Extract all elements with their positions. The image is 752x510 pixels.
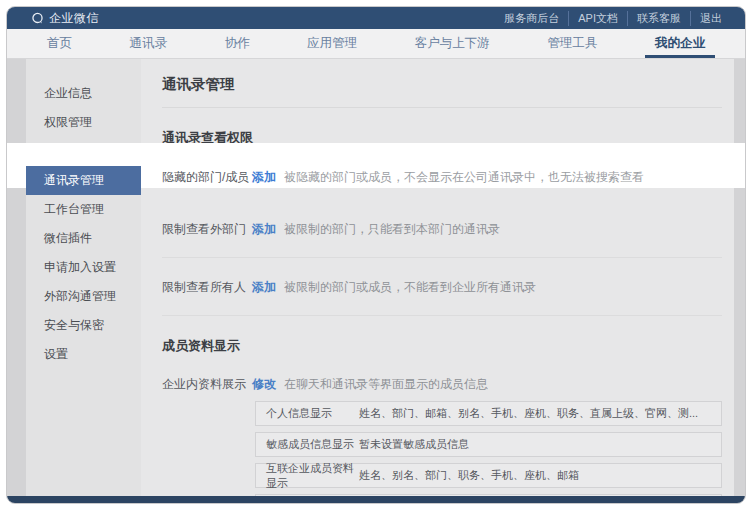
sidebar-item-join-settings[interactable]: 申请加入设置 (26, 253, 141, 282)
page-body: 企业信息 权限管理 聊天管理 通讯录管理 工作台管理 微信插件 申请加入设置 外… (7, 59, 745, 504)
row-description: 在聊天和通讯录等界面显示的成员信息 (284, 376, 488, 393)
main-content: 通讯录管理 通讯录查看权限 隐藏的部门/成员 添加 被隐藏的部门或成员，不会显示… (141, 59, 734, 504)
row-label: 隐藏的部门/成员 (162, 169, 252, 186)
profile-row-label: 互联企业成员资料显示 (266, 461, 359, 491)
row-restrict-external-dept: 限制查看外部门 添加 被限制的部门，只能看到本部门的通讯录 (162, 221, 734, 238)
topbar-links: 服务商后台 API文档 联系客服 退出 (495, 11, 731, 26)
modify-button[interactable]: 修改 (252, 376, 276, 393)
row-restrict-everyone: 限制查看所有人 添加 被限制的部门或成员，不能看到企业所有通讯录 (162, 279, 734, 296)
profile-row-label: 个人信息显示 (266, 406, 359, 421)
section-divider (162, 315, 722, 316)
profile-display-table: 个人信息显示 姓名、部门、邮箱、别名、手机、座机、职务、直属上级、官网、测...… (255, 401, 722, 504)
primary-nav: 首页 通讯录 协作 应用管理 客户与上下游 管理工具 我的企业 (7, 29, 745, 59)
page-left-gutter (7, 59, 26, 504)
top-link-api-docs[interactable]: API文档 (568, 11, 627, 26)
row-divider (162, 257, 722, 258)
sidebar-item-permission-management[interactable]: 权限管理 (26, 108, 141, 137)
profile-row-value: 姓名、别名、部门、职务、手机、座机、邮箱 (359, 468, 579, 483)
row-hidden-departments: 隐藏的部门/成员 添加 被隐藏的部门或成员，不会显示在公司通讯录中，也无法被搜索… (162, 155, 734, 200)
window-bottom-edge (7, 496, 745, 503)
top-link-contact-support[interactable]: 联系客服 (627, 11, 690, 26)
row-label: 企业内资料展示 (162, 376, 252, 393)
sidebar-item-security[interactable]: 安全与保密 (26, 311, 141, 340)
nav-tab-home[interactable]: 首页 (41, 29, 78, 58)
top-link-logout[interactable]: 退出 (690, 11, 731, 26)
add-button[interactable]: 添加 (252, 221, 276, 238)
profile-row-label: 敏感成员信息显示 (266, 437, 359, 452)
section-heading-member-profile: 成员资料显示 (162, 337, 734, 355)
browser-window: 企业微信 服务商后台 API文档 联系客服 退出 首页 通讯录 协作 应用管理 … (6, 6, 746, 504)
sidebar-item-wechat-plugin[interactable]: 微信插件 (26, 224, 141, 253)
sidebar-item-external-comm-management[interactable]: 外部沟通管理 (26, 282, 141, 311)
wework-logo[interactable]: 企业微信 (31, 10, 99, 27)
top-link-provider-console[interactable]: 服务商后台 (495, 11, 568, 26)
add-button[interactable]: 添加 (252, 279, 276, 296)
page-title: 通讯录管理 (162, 75, 734, 94)
sidebar-item-company-info[interactable]: 企业信息 (26, 79, 141, 108)
profile-row-value: 姓名、部门、邮箱、别名、手机、座机、职务、直属上级、官网、测... (359, 406, 698, 421)
row-label: 限制查看外部门 (162, 221, 252, 238)
nav-tab-contacts[interactable]: 通讯录 (124, 29, 174, 58)
page-right-gutter (734, 59, 745, 504)
sidebar-item-contacts-management[interactable]: 通讯录管理 (26, 166, 141, 195)
topbar: 企业微信 服务商后台 API文档 联系客服 退出 (7, 7, 745, 29)
nav-tab-customers[interactable]: 客户与上下游 (409, 29, 496, 58)
row-description: 被限制的部门或成员，不能看到企业所有通讯录 (284, 279, 536, 296)
profile-row-value: 暂未设置敏感成员信息 (359, 437, 469, 452)
profile-table-row: 个人信息显示 姓名、部门、邮箱、别名、手机、座机、职务、直属上级、官网、测... (255, 401, 722, 426)
nav-tab-my-company[interactable]: 我的企业 (649, 29, 711, 58)
nav-tab-collaboration[interactable]: 协作 (219, 29, 256, 58)
logo-text: 企业微信 (49, 10, 99, 27)
sidebar-item-workbench-management[interactable]: 工作台管理 (26, 195, 141, 224)
chat-bubble-icon (31, 12, 44, 25)
profile-table-row: 敏感成员信息显示 暂未设置敏感成员信息 (255, 432, 722, 457)
add-button[interactable]: 添加 (252, 169, 276, 186)
row-label: 限制查看所有人 (162, 279, 252, 296)
profile-table-row: 互联企业成员资料显示 姓名、别名、部门、职务、手机、座机、邮箱 (255, 463, 722, 488)
row-description: 被限制的部门，只能看到本部门的通讯录 (284, 221, 500, 238)
nav-tab-management-tools[interactable]: 管理工具 (541, 29, 603, 58)
row-internal-profile-display: 企业内资料展示 修改 在聊天和通讯录等界面显示的成员信息 (162, 376, 734, 393)
row-description: 被隐藏的部门或成员，不会显示在公司通讯录中，也无法被搜索查看 (284, 169, 644, 186)
sidebar: 企业信息 权限管理 聊天管理 通讯录管理 工作台管理 微信插件 申请加入设置 外… (26, 59, 141, 504)
nav-tab-app-management[interactable]: 应用管理 (301, 29, 363, 58)
title-divider (162, 107, 722, 108)
sidebar-item-settings[interactable]: 设置 (26, 340, 141, 369)
